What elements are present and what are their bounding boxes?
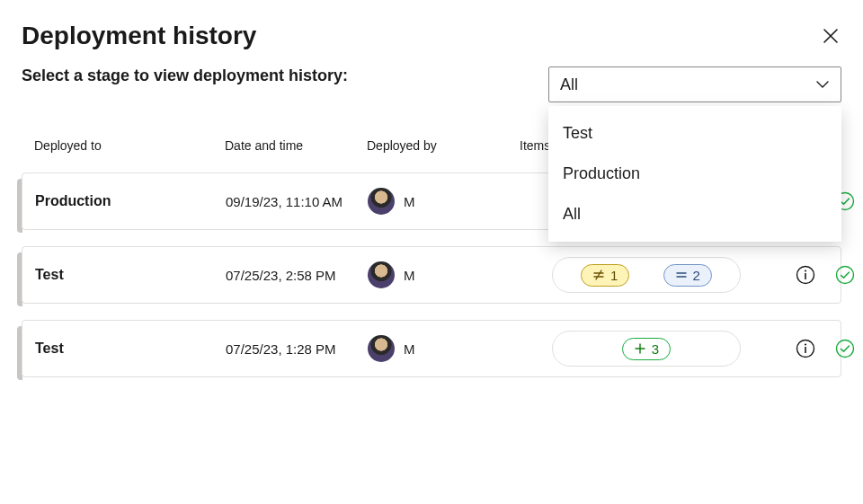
svg-point-7 <box>837 267 854 284</box>
stage-select-dropdown: Test Production All <box>548 106 841 242</box>
col-deployed-to: Deployed to <box>34 138 225 153</box>
info-icon[interactable] <box>796 339 815 358</box>
equal-icon <box>675 269 688 281</box>
items-unchanged-chip[interactable]: 2 <box>663 264 712 287</box>
items-added-chip[interactable]: 3 <box>622 338 671 360</box>
stage-option-production[interactable]: Production <box>548 154 841 194</box>
col-deployed-by: Deployed by <box>367 138 520 153</box>
info-icon[interactable] <box>796 265 815 285</box>
success-icon <box>835 265 855 285</box>
stage-option-test[interactable]: Test <box>548 113 841 154</box>
stage-cell: Test <box>35 267 226 283</box>
user-cell: M <box>368 335 520 362</box>
history-row[interactable]: Test 07/25/23, 2:58 PM M 1 2 <box>22 246 841 304</box>
success-icon <box>835 339 855 358</box>
col-date-time: Date and time <box>225 138 367 153</box>
items-changed-count: 1 <box>610 268 618 283</box>
svg-point-9 <box>805 343 806 345</box>
stage-cell: Production <box>35 193 226 209</box>
user-cell: M <box>368 188 520 215</box>
datetime-cell: 07/25/23, 1:28 PM <box>226 341 368 357</box>
avatar <box>368 188 395 215</box>
items-group: 3 <box>552 331 741 367</box>
items-cell: 1 2 <box>520 257 772 293</box>
close-icon <box>823 28 839 44</box>
avatar <box>368 261 395 288</box>
filter-label: Select a stage to view deployment histor… <box>22 66 348 85</box>
stage-cell: Test <box>35 340 226 357</box>
stage-select-value: All <box>560 75 578 94</box>
stage-select[interactable]: All <box>548 66 841 102</box>
svg-point-11 <box>837 340 854 358</box>
user-name: M <box>404 341 415 357</box>
close-button[interactable] <box>820 25 841 47</box>
svg-rect-6 <box>805 273 806 279</box>
avatar <box>368 335 395 362</box>
user-cell: M <box>368 261 520 288</box>
plus-icon <box>634 342 646 355</box>
not-equal-icon <box>592 269 605 281</box>
chevron-down-icon <box>815 77 830 92</box>
user-name: M <box>404 194 415 209</box>
items-group: 1 2 <box>552 257 741 293</box>
stage-option-all[interactable]: All <box>548 194 841 234</box>
items-unchanged-count: 2 <box>693 268 700 283</box>
items-changed-chip[interactable]: 1 <box>581 264 629 287</box>
history-row[interactable]: Test 07/25/23, 1:28 PM M 3 <box>22 320 841 377</box>
user-name: M <box>404 268 415 283</box>
datetime-cell: 07/25/23, 2:58 PM <box>226 268 368 283</box>
svg-point-5 <box>805 270 806 271</box>
datetime-cell: 09/19/23, 11:10 AM <box>226 194 368 209</box>
items-cell: 3 <box>520 331 772 367</box>
items-added-count: 3 <box>652 341 659 357</box>
page-title: Deployment history <box>22 22 256 50</box>
svg-rect-10 <box>805 347 806 353</box>
